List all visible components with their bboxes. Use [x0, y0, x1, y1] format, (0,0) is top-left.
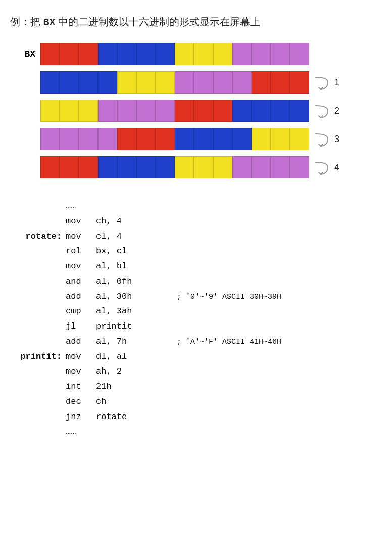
block-r3-2 [79, 128, 98, 150]
code-operand-11: 21h [96, 379, 177, 394]
code-line-2: rolbx, cl [10, 244, 382, 259]
block-r4-10 [232, 156, 252, 178]
code-comment-5: ; '0'~'9' ASCII 30H~39H [177, 291, 281, 304]
code-operand-12: ch [96, 394, 177, 409]
block-r1-9 [213, 71, 232, 94]
block-r2-2 [79, 100, 98, 122]
diagram-row-r3: 3 [10, 128, 382, 150]
block-row-bx [40, 43, 309, 65]
code-instr-5: add [66, 289, 96, 304]
code-instr-4: and [66, 274, 96, 289]
block-r3-10 [232, 128, 252, 150]
code-operand-13: rotate [96, 409, 177, 425]
code-operand-5: al, 30h [96, 289, 177, 304]
code-line-7: jlprintit [10, 319, 382, 334]
block-r3-6 [156, 128, 175, 150]
block-r4-9 [213, 156, 232, 178]
block-r2-12 [271, 100, 290, 122]
block-r1-6 [156, 71, 175, 94]
block-r3-5 [136, 128, 156, 150]
block-r1-3 [98, 71, 117, 94]
code-operand-10: ah, 2 [96, 364, 177, 379]
block-bx-12 [271, 43, 290, 65]
code-line-12: decch [10, 394, 382, 409]
arrow-area-r2 [309, 101, 334, 121]
block-bx-3 [98, 43, 117, 65]
code-operand-6: al, 3ah [96, 304, 177, 319]
block-bx-7 [175, 43, 194, 65]
block-row-r3 [40, 128, 309, 150]
block-bx-4 [117, 43, 136, 65]
code-line-5: addal, 30h; '0'~'9' ASCII 30H~39H [10, 289, 382, 304]
block-r1-1 [60, 71, 79, 94]
code-operand-0: ch, 4 [96, 214, 177, 229]
code-instr-8: add [66, 334, 96, 349]
block-row-r2 [40, 100, 309, 122]
dots-top: …… [66, 199, 382, 214]
block-r4-2 [79, 156, 98, 178]
block-bx-5 [136, 43, 156, 65]
block-r1-13 [290, 71, 309, 94]
block-bx-9 [213, 43, 232, 65]
code-instr-9: mov [66, 349, 96, 364]
block-r2-7 [175, 100, 194, 122]
rotate-arrow-r1 [312, 72, 332, 93]
code-comment-8: ; 'A'~'F' ASCII 41H~46H [177, 336, 281, 349]
block-r3-1 [60, 128, 79, 150]
block-bx-8 [194, 43, 213, 65]
arrow-area-r3 [309, 129, 334, 149]
block-r2-13 [290, 100, 309, 122]
title-code: BX [43, 17, 56, 28]
block-r4-8 [194, 156, 213, 178]
row-label-bx: BX [10, 49, 35, 59]
code-label-9: printit: [10, 349, 66, 364]
code-line-4: andal, 0fh [10, 274, 382, 289]
code-instr-0: mov [66, 214, 96, 229]
block-r2-1 [60, 100, 79, 122]
row-number-r3: 3 [334, 134, 347, 145]
code-operand-2: bx, cl [96, 244, 177, 259]
block-r2-10 [232, 100, 252, 122]
code-operand-8: al, 7h [96, 334, 177, 349]
block-bx-10 [232, 43, 252, 65]
block-bx-1 [60, 43, 79, 65]
rotate-arrow-r3 [312, 129, 332, 149]
diagram-row-r4: 4 [10, 156, 382, 178]
block-r4-5 [136, 156, 156, 178]
code-line-9: printit:movdl, al [10, 349, 382, 364]
block-r2-3 [98, 100, 117, 122]
diagram-row-r2: 2 [10, 100, 382, 122]
block-r3-0 [40, 128, 60, 150]
rotate-arrow-r2 [312, 101, 332, 121]
block-r2-0 [40, 100, 60, 122]
code-instr-10: mov [66, 364, 96, 379]
code-line-6: cmpal, 3ah [10, 304, 382, 319]
block-r3-4 [117, 128, 136, 150]
code-instr-6: cmp [66, 304, 96, 319]
code-instr-11: int [66, 379, 96, 394]
title-suffix: 中的二进制数以十六进制的形式显示在屏幕上 [56, 16, 261, 27]
block-r1-8 [194, 71, 213, 94]
code-line-0: movch, 4 [10, 214, 382, 229]
block-r4-13 [290, 156, 309, 178]
block-r1-11 [252, 71, 271, 94]
code-section: …… movch, 4rotate:movcl, 4rolbx, clmoval… [10, 199, 382, 439]
block-r4-4 [117, 156, 136, 178]
block-r3-7 [175, 128, 194, 150]
code-line-1: rotate:movcl, 4 [10, 229, 382, 244]
row-number-r4: 4 [334, 162, 347, 173]
block-r1-0 [40, 71, 60, 94]
block-r4-3 [98, 156, 117, 178]
code-instr-13: jnz [66, 409, 96, 425]
block-r1-4 [117, 71, 136, 94]
code-instr-12: dec [66, 394, 96, 409]
block-r4-0 [40, 156, 60, 178]
code-line-10: movah, 2 [10, 364, 382, 379]
block-bx-13 [290, 43, 309, 65]
block-r3-3 [98, 128, 117, 150]
diagram-row-r1: 1 [10, 71, 382, 94]
code-operand-4: al, 0fh [96, 274, 177, 289]
block-row-r4 [40, 156, 309, 178]
title-prefix: 例：把 [10, 16, 43, 27]
code-operand-3: al, bl [96, 259, 177, 274]
